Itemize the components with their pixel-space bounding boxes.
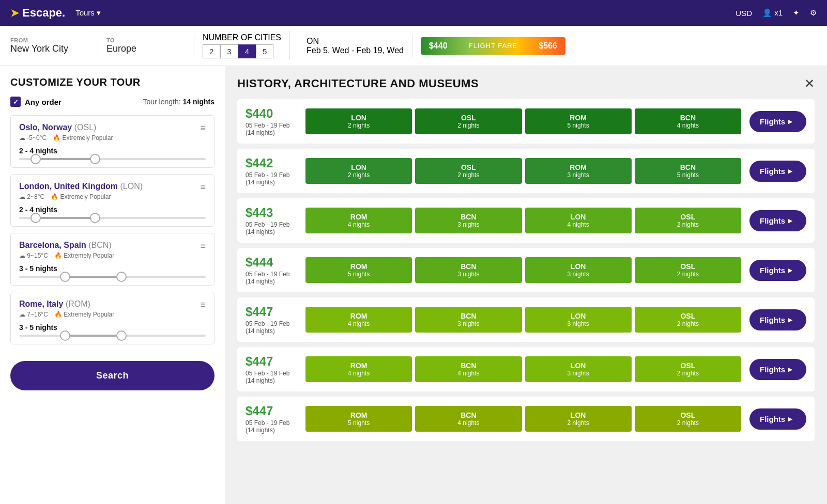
logo[interactable]: ➤ Escape. [10, 6, 65, 20]
theme-icon[interactable]: ✦ [793, 8, 800, 18]
city-meta-barcelona: ☁ 9~15°C 🔥 Extremely Popular [19, 252, 114, 259]
oslo-slider-thumb-left[interactable] [30, 154, 41, 164]
right-panel: HISTORY, ARCHITECTURE AND MUSEUMS ✕ $440… [225, 66, 827, 504]
logo-text: Escape. [22, 6, 65, 20]
city-btn-4[interactable]: 4 [238, 44, 256, 58]
block-nights-3-1: 3 nights [419, 271, 517, 278]
rome-menu-icon[interactable]: ≡ [200, 300, 206, 310]
block-code-1-3: BCN [639, 163, 737, 171]
price-nights-4: (14 nights) [246, 327, 297, 335]
travelers-count[interactable]: 👤 x1 [762, 8, 783, 18]
block-nights-0-0: 2 nights [310, 122, 408, 129]
right-panel-header: HISTORY, ARCHITECTURE AND MUSEUMS ✕ [237, 76, 815, 91]
to-field[interactable]: TO Europe [106, 35, 194, 56]
city-block-1-1: OSL2 nights [415, 158, 522, 184]
currency-selector[interactable]: USD [736, 9, 752, 18]
block-nights-1-1: 2 nights [419, 171, 517, 179]
block-code-4-1: BCN [419, 312, 517, 320]
search-button[interactable]: Search [10, 361, 215, 390]
block-nights-2-3: 2 nights [639, 221, 737, 228]
oslo-slider-thumb-right[interactable] [90, 154, 100, 164]
fare-label: FLIGHT FARE [469, 42, 518, 50]
flights-button-4[interactable]: Flights [749, 309, 806, 330]
city-btn-3[interactable]: 3 [220, 44, 238, 58]
block-code-1-2: ROM [529, 163, 627, 171]
block-code-5-2: LON [529, 361, 627, 370]
block-nights-4-0: 4 nights [310, 320, 408, 327]
close-button[interactable]: ✕ [804, 76, 815, 91]
block-nights-4-1: 3 nights [419, 320, 517, 327]
city-block-2-0: ROM4 nights [305, 208, 412, 233]
result-row-1: $442 05 Feb - 19 Feb (14 nights) LON2 ni… [237, 149, 815, 193]
left-panel: CUSTOMIZE YOUR TOUR Any order Tour lengt… [0, 66, 225, 504]
city-count-field: NUMBER OF CITIES 2 3 4 5 [203, 31, 290, 60]
oslo-menu-icon[interactable]: ≡ [200, 123, 206, 134]
block-code-2-3: OSL [639, 213, 737, 221]
flight-fare-bar[interactable]: $440 FLIGHT FARE $566 [421, 37, 565, 55]
barcelona-slider-thumb-left[interactable] [60, 272, 70, 282]
results-title: HISTORY, ARCHITECTURE AND MUSEUMS [237, 77, 479, 90]
city-block-0-0: LON2 nights [305, 108, 412, 134]
flights-button-6[interactable]: Flights [749, 408, 806, 430]
rome-slider-thumb-right[interactable] [116, 330, 127, 341]
barcelona-menu-icon[interactable]: ≡ [200, 241, 206, 251]
from-label: FROM [10, 37, 89, 43]
london-slider-thumb-left[interactable] [30, 213, 41, 223]
city-name-barcelona: Barcelona, Spain (BCN) [19, 241, 114, 250]
block-nights-2-1: 3 nights [419, 221, 517, 228]
any-order-checkbox[interactable] [10, 97, 21, 107]
price-amount-6: $447 [246, 404, 297, 418]
block-code-6-3: OSL [639, 411, 737, 419]
price-amount-4: $447 [246, 305, 297, 319]
block-nights-5-0: 4 nights [310, 370, 408, 377]
london-menu-icon[interactable]: ≡ [200, 182, 206, 193]
city-card-oslo: Oslo, Norway (OSL) ☁ -5~0°C 🔥 Extremely … [10, 115, 215, 168]
city-block-0-3: BCN4 nights [635, 108, 741, 134]
city-blocks-0: LON2 nightsOSL2 nightsROM5 nightsBCN4 ni… [305, 108, 741, 134]
price-nights-5: (14 nights) [246, 377, 297, 384]
city-btn-2[interactable]: 2 [203, 44, 220, 58]
flights-button-3[interactable]: Flights [749, 260, 806, 281]
city-block-4-0: ROM4 nights [305, 307, 412, 333]
city-card-rome: Rome, Italy (ROM) ☁ 7~16°C 🔥 Extremely P… [10, 292, 215, 344]
temp-london: ☁ 2~8°C [19, 193, 44, 200]
from-field[interactable]: FROM New York City [10, 35, 98, 56]
city-card-london: London, United Kingdom (LON) ☁ 2~8°C 🔥 E… [10, 174, 215, 227]
tours-menu[interactable]: Tours ▾ [75, 8, 101, 18]
temp-rome: ☁ 7~16°C [19, 311, 48, 318]
city-block-6-3: OSL2 nights [635, 406, 741, 432]
rome-slider[interactable] [19, 335, 206, 337]
price-amount-5: $447 [246, 354, 297, 369]
price-nights-6: (14 nights) [246, 427, 297, 434]
london-slider[interactable] [19, 217, 206, 219]
price-amount-2: $443 [246, 206, 297, 220]
settings-icon[interactable]: ⚙ [810, 8, 817, 18]
block-code-5-3: OSL [639, 361, 737, 370]
barcelona-slider[interactable] [19, 276, 206, 278]
date-field[interactable]: ON Feb 5, Wed - Feb 19, Wed [298, 35, 412, 57]
barcelona-slider-thumb-right[interactable] [116, 272, 127, 282]
city-block-3-2: LON3 nights [525, 257, 632, 283]
block-nights-0-3: 4 nights [639, 122, 737, 129]
flights-button-5[interactable]: Flights [749, 359, 806, 380]
flights-button-2[interactable]: Flights [749, 210, 806, 231]
block-nights-3-2: 3 nights [529, 271, 627, 278]
city-block-1-2: ROM3 nights [525, 158, 632, 184]
block-nights-1-0: 2 nights [310, 171, 408, 179]
price-dates-5: 05 Feb - 19 Feb [246, 370, 297, 377]
result-row-2: $443 05 Feb - 19 Feb (14 nights) ROM4 ni… [237, 198, 815, 243]
city-blocks-6: ROM5 nightsBCN4 nightsLON2 nightsOSL2 ni… [305, 406, 741, 432]
block-nights-2-2: 4 nights [529, 221, 627, 228]
city-block-3-3: OSL2 nights [635, 257, 741, 283]
oslo-slider[interactable] [19, 158, 206, 160]
city-block-1-0: LON2 nights [305, 158, 412, 184]
city-block-5-3: OSL2 nights [635, 356, 741, 382]
city-btn-5[interactable]: 5 [256, 44, 273, 58]
london-slider-thumb-right[interactable] [90, 213, 100, 223]
block-code-2-2: LON [529, 213, 627, 221]
date-value: Feb 5, Wed - Feb 19, Wed [307, 46, 404, 55]
rome-slider-thumb-left[interactable] [60, 330, 70, 341]
any-order-label: Any order [25, 98, 62, 106]
flights-button-0[interactable]: Flights [749, 111, 806, 132]
flights-button-1[interactable]: Flights [749, 161, 806, 182]
